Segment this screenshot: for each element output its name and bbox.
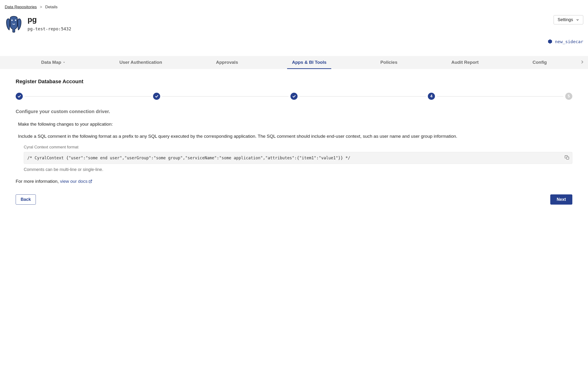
tab-approvals[interactable]: Approvals	[211, 56, 243, 69]
next-button[interactable]: Next	[550, 194, 572, 205]
tab-label: User Authentication	[119, 60, 162, 65]
description-text: Include a SQL comment in the following f…	[16, 133, 572, 140]
step-subtitle: Configure your custom connection driver.	[16, 109, 572, 114]
step-number: 5	[568, 94, 570, 98]
tab-label: Apps & BI Tools	[292, 60, 326, 65]
external-link-icon	[88, 179, 92, 183]
svg-point-1	[15, 20, 16, 21]
settings-button-label: Settings	[558, 17, 573, 22]
step-connector	[299, 96, 426, 97]
stepper: 4 5	[16, 93, 572, 100]
breadcrumb-separator: >	[40, 5, 42, 9]
tab-label: Policies	[380, 60, 397, 65]
code-box: /* CyralContext {"user":"some end user",…	[24, 152, 572, 164]
copy-button[interactable]	[564, 155, 570, 161]
code-content: /* CyralContext {"user":"some end user",…	[27, 156, 350, 160]
section-title: Register Database Account	[16, 78, 572, 85]
breadcrumb-current: Details	[45, 5, 58, 9]
breadcrumb-root-link[interactable]: Data Repositories	[5, 5, 37, 9]
tab-label: Approvals	[216, 60, 238, 65]
code-hint: Comments can be multi-line or single-lin…	[24, 167, 572, 172]
tab-data-map[interactable]: Data Map	[36, 56, 70, 69]
check-icon	[155, 94, 159, 98]
copy-icon	[564, 155, 570, 160]
hexagon-icon	[547, 39, 553, 44]
svg-point-0	[11, 20, 13, 21]
view-docs-link[interactable]: view our docs	[60, 179, 92, 184]
tab-config[interactable]: Config	[528, 56, 552, 69]
step-1	[16, 93, 23, 100]
caret-down-icon	[63, 61, 66, 64]
code-label: Cyral Context comment format	[24, 145, 572, 150]
step-2	[153, 93, 160, 100]
step-connector	[25, 96, 151, 97]
docs-prefix: For more information,	[16, 179, 60, 184]
page-title: pg	[27, 15, 71, 24]
svg-rect-4	[566, 157, 569, 159]
svg-line-5	[90, 180, 92, 182]
step-connector	[437, 96, 563, 97]
step-4: 4	[428, 93, 435, 100]
intro-text: Make the following changes to your appli…	[16, 121, 572, 128]
breadcrumb: Data Repositories > Details	[5, 5, 583, 9]
svg-marker-2	[548, 39, 552, 44]
tab-apps-bi-tools[interactable]: Apps & BI Tools	[287, 56, 331, 69]
docs-link-text: view our docs	[60, 179, 88, 184]
repo-host: pg-test-repo:5432	[27, 26, 71, 31]
check-icon	[17, 94, 21, 98]
step-5: 5	[565, 93, 572, 100]
tab-label: Config	[532, 60, 547, 65]
step-3	[290, 93, 298, 100]
postgres-elephant-icon	[5, 15, 23, 33]
tab-audit-report[interactable]: Audit Report	[447, 56, 483, 69]
tab-scroll-right-button[interactable]	[580, 59, 585, 66]
tab-bar: Data Map User Authentication Approvals A…	[0, 56, 588, 69]
tab-label: Audit Report	[451, 60, 479, 65]
docs-line: For more information, view our docs	[16, 179, 572, 184]
chevron-down-icon	[576, 18, 579, 22]
svg-marker-3	[63, 62, 65, 63]
back-button[interactable]: Back	[16, 194, 36, 205]
settings-button[interactable]: Settings	[554, 15, 583, 25]
tab-policies[interactable]: Policies	[376, 56, 402, 69]
step-connector	[162, 96, 289, 97]
chevron-right-icon	[580, 59, 585, 64]
check-icon	[292, 94, 296, 98]
tab-user-authentication[interactable]: User Authentication	[115, 56, 167, 69]
tab-label: Data Map	[41, 60, 61, 65]
sidecar-name[interactable]: new_sidecar	[555, 39, 583, 44]
step-number: 4	[430, 94, 433, 98]
